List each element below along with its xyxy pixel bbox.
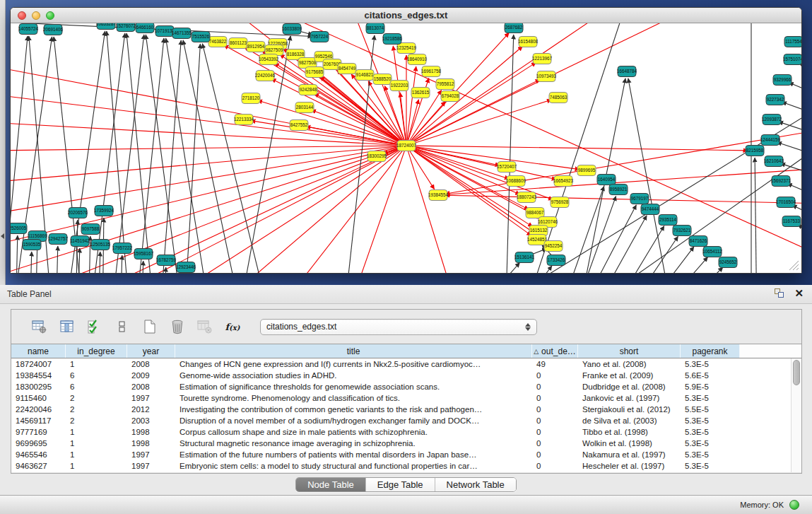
float-panel-icon[interactable] [775, 288, 784, 298]
graph-node[interactable]: 8215958 [746, 146, 764, 156]
table-cell[interactable]: 2009 [127, 371, 175, 380]
column-header-pagerank[interactable]: pagerank [681, 344, 740, 358]
table-row[interactable]: 1830029562008Estimation of significance … [11, 381, 801, 392]
table-cell[interactable]: 9777169 [11, 428, 66, 436]
graph-node[interactable]: 2935114 [659, 215, 677, 226]
table-scrollbar[interactable] [791, 358, 801, 472]
table-cell[interactable]: 9115460 [11, 394, 66, 402]
table-cell[interactable]: 14569117 [11, 416, 66, 425]
window-titlebar[interactable]: citations_edges.txt [11, 8, 801, 23]
table-row[interactable]: 1456911722003Disruption of a novel membe… [11, 415, 801, 426]
table-cell[interactable]: 5.3E-5 [681, 462, 740, 470]
graph-node[interactable]: 9329966 [773, 75, 792, 86]
graph-node[interactable]: 8958921 [609, 185, 628, 195]
close-panel-icon[interactable]: ✕ [794, 288, 804, 298]
table-cell[interactable]: 9465546 [11, 450, 66, 459]
graph-node[interactable]: 1362615 [411, 88, 430, 98]
graph-node[interactable]: 2526005 [11, 223, 27, 234]
table-cell[interactable]: Investigating the contribution of common… [175, 405, 532, 414]
table-cell[interactable]: 5.3E-5 [681, 428, 740, 436]
table-cell[interactable]: 2008 [127, 382, 175, 391]
function-builder-button[interactable]: f(x) [223, 317, 242, 337]
table-cell[interactable]: Wolkin et al. (1998) [578, 439, 681, 448]
memory-status-indicator[interactable] [789, 500, 799, 510]
graph-node[interactable]: 7955812 [436, 79, 454, 90]
graph-node[interactable]: 8813074 [366, 23, 384, 34]
table-cell[interactable]: Nakamura et al. (1997) [578, 450, 681, 459]
graph-node[interactable]: 7932621 [673, 226, 691, 236]
graph-node[interactable]: 16782759 [156, 255, 177, 266]
graph-node[interactable]: 18807243 [517, 192, 537, 203]
graph-node[interactable]: 12505135 [90, 240, 111, 250]
graph-node[interactable]: 9146821 [355, 70, 374, 81]
graph-node[interactable]: 9175685 [305, 67, 324, 78]
table-cell[interactable]: Hescheler et al. (1997) [578, 462, 681, 470]
column-header-year[interactable]: year [127, 344, 175, 358]
graph-node[interactable]: 9245652 [719, 257, 737, 268]
table-cell[interactable]: 18724007 [11, 360, 66, 368]
graph-node[interactable]: 14671355 [172, 28, 192, 39]
tab-network-table[interactable]: Network Table [435, 478, 516, 491]
table-cell[interactable]: 6 [66, 371, 127, 380]
table-row[interactable]: 969969511998Structural magnetic resonanc… [11, 438, 801, 449]
graph-node[interactable]: 20691406 [43, 25, 64, 35]
table-scrollbar-thumb[interactable] [793, 360, 800, 385]
table-row[interactable]: 911546021997Tourette syndrome. Phenomeno… [11, 392, 801, 404]
graph-node[interactable]: 15136141 [514, 252, 535, 263]
graph-node[interactable]: 9097588 [81, 224, 100, 235]
graph-node[interactable]: 8601123 [229, 38, 247, 49]
table-cell[interactable]: 2012 [127, 405, 175, 414]
table-cell[interactable]: 2003 [127, 416, 175, 425]
graph-node[interactable]: 15958167 [134, 249, 154, 259]
table-cell[interactable]: de Silva et al. (2003) [578, 416, 681, 425]
graph-node[interactable]: 7463822 [208, 37, 227, 47]
table-cell[interactable]: 0 [532, 450, 578, 459]
table-cell[interactable]: Yano et al. (2008) [578, 360, 681, 368]
show-columns-button[interactable] [57, 317, 77, 337]
panel-collapse-arrow-icon[interactable] [1, 233, 4, 239]
graph-node[interactable]: 9242848 [299, 85, 317, 95]
table-cell[interactable]: 0 [532, 416, 578, 425]
graph-node[interactable]: 22420046 [255, 71, 276, 81]
table-cell[interactable]: 1998 [127, 428, 175, 436]
table-cell[interactable]: Tourette syndrome. Phenomenology and cla… [175, 394, 532, 402]
graph-node[interactable]: 12213967 [532, 54, 553, 64]
graph-node[interactable]: 10654112 [702, 247, 722, 257]
graph-node[interactable]: 9679197 [630, 194, 649, 204]
table-cell[interactable]: 2 [66, 405, 127, 414]
column-header-name[interactable]: name [11, 344, 66, 358]
table-row[interactable]: 946362711997Embryonic stem cells: a mode… [11, 460, 801, 472]
table-row[interactable]: 946554611997Estimation of the future num… [11, 449, 801, 460]
graph-node[interactable]: 8427552 [290, 120, 308, 131]
table-cell[interactable]: 1 [66, 428, 127, 436]
table-select-dropdown[interactable]: citations_edges.txt [260, 319, 537, 335]
network-canvas[interactable]: 1872400786011238912954122260589827509818… [11, 23, 801, 273]
table-row[interactable]: 2242004622012Investigating the contribut… [11, 404, 801, 415]
table-cell[interactable]: Tibbo et al. (1998) [578, 428, 681, 436]
table-settings-button[interactable] [30, 317, 49, 337]
table-cell[interactable]: 5.3E-5 [681, 394, 740, 402]
graph-node[interactable]: 18640910 [407, 54, 428, 65]
tab-edge-table[interactable]: Edge Table [366, 478, 435, 491]
graph-node[interactable]: 12923446 [176, 262, 196, 273]
graph-node[interactable]: 1588520 [373, 74, 392, 85]
graph-node[interactable]: 7485063 [549, 93, 567, 103]
table-cell[interactable]: Disruption of a novel member of a sodium… [175, 416, 532, 425]
graph-node[interactable]: 16961758 [421, 66, 442, 77]
resize-grip-icon[interactable] [789, 261, 799, 270]
graph-node[interactable]: 18300295 [367, 151, 387, 162]
table-cell[interactable]: 0 [532, 394, 578, 402]
table-cell[interactable]: 5.9E-5 [681, 382, 740, 391]
table-cell[interactable]: Embryonic stem cells: a model to study s… [175, 462, 532, 470]
graph-node[interactable]: 1922203 [390, 81, 408, 91]
column-header-title[interactable]: title [175, 344, 532, 358]
table-cell[interactable]: Corpus callosum shape and size in male p… [175, 428, 532, 436]
graph-node[interactable]: 7515526 [192, 32, 210, 42]
graph-node[interactable]: 9474444 [641, 204, 659, 215]
table-cell[interactable]: 1997 [127, 394, 175, 402]
graph-node[interactable]: 10973493 [536, 71, 557, 82]
graph-node[interactable]: 12093872 [762, 115, 782, 125]
table-body[interactable]: 1872400712008Changes of HCN gene express… [11, 358, 801, 472]
new-table-button[interactable] [140, 317, 160, 337]
table-cell[interactable]: Stergiakouli et al. (2012) [578, 405, 681, 414]
